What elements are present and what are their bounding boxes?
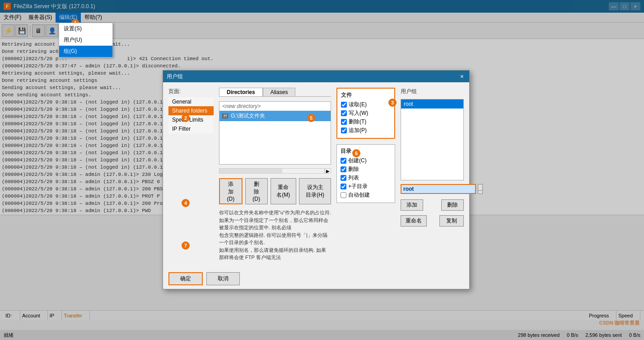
checkbox-create-dir[interactable]: [341, 158, 346, 164]
dir-perms-title: 目录: [341, 147, 391, 155]
badge-3: 3: [388, 99, 397, 107]
user-group-dialog: 用户组 × 页面: General Shared folders Speed L…: [163, 70, 470, 289]
dir-scroll-area: ▶: [219, 168, 331, 174]
checkbox-delete[interactable]: [341, 119, 347, 125]
page-nav-shared-folders[interactable]: Shared folders: [168, 106, 214, 115]
dialog-ok-button[interactable]: 确定: [168, 272, 203, 285]
perm-read: 读取(E): [341, 101, 391, 109]
perm-append: 追加(P): [341, 127, 391, 134]
perm-append-label: 追加(P): [349, 127, 367, 134]
perm-read-label: 读取(E): [349, 101, 367, 109]
perm-delete-label: 删除(T): [349, 118, 366, 126]
perm-delete: 删除(T): [341, 118, 391, 126]
file-perms-title: 文件: [341, 91, 391, 99]
info-text: 你可以在文件夹名称中使用"u"作为用户名的占位符. 如果为一个目录指定了一个别名…: [219, 207, 331, 263]
ug-rename-copy-row: 重命名 复制: [401, 215, 464, 227]
ug-add-remove-row: 添加 删除: [401, 199, 464, 211]
perm-subdirs-label: +子目录: [348, 183, 368, 190]
dialog-footer-btns: 确定 取消: [168, 272, 464, 285]
badge-4: 4: [182, 199, 190, 207]
scrollbar-thumb: [219, 169, 282, 173]
perm-list: 列表: [341, 174, 391, 182]
perm-subdirs: +子目录: [341, 183, 391, 190]
perm-create-dir: 创建(C): [341, 157, 391, 165]
tab-directories[interactable]: Directories: [219, 88, 263, 96]
checkbox-autocreate[interactable]: [341, 192, 346, 198]
tab-aliases[interactable]: Aliases: [263, 88, 296, 96]
badge-6: 6: [352, 149, 360, 157]
checkbox-delete-dir[interactable]: [341, 166, 346, 172]
dir-perms-section: 目录 创建(C) 删除 列表 +子目录: [336, 144, 395, 203]
checkbox-write[interactable]: [341, 110, 347, 116]
page-nav-ip-filter[interactable]: IP Filter: [168, 124, 214, 133]
user-group-panel: 用户组 root ... 添加 删除 重命名 复制: [401, 88, 464, 263]
checkbox-subdirs[interactable]: [341, 184, 346, 189]
dropdown-users[interactable]: 用户(U): [59, 34, 112, 46]
perm-list-label: 列表: [348, 174, 359, 182]
dropdown-groups[interactable]: 组(G): [59, 46, 112, 57]
page-nav-general[interactable]: General: [168, 97, 214, 106]
perm-delete-dir-label: 删除: [348, 165, 359, 173]
dialog-close-button[interactable]: ×: [458, 73, 466, 80]
perm-create-dir-label: 创建(C): [348, 157, 367, 165]
badge-5: 5: [307, 114, 315, 122]
permissions-panel: 文件 读取(E) 写入(W) 删除(T) 追加(P): [336, 88, 395, 263]
ug-input-row: ...: [401, 184, 464, 194]
dialog-body: 页面: General Shared folders Speed Limits …: [163, 82, 469, 269]
page-nav-speed-limits[interactable]: Speed Limits: [168, 115, 214, 124]
perm-autocreate-label: 自动创建: [348, 191, 370, 199]
perm-autocreate: 自动创建: [341, 191, 391, 199]
dir-list[interactable]: <new directory> H G:\测试文件夹: [219, 101, 331, 165]
btn-remove-dir[interactable]: 删除(D): [245, 178, 268, 204]
dropdown-settings[interactable]: 设置(S): [59, 23, 112, 34]
perm-write-label: 写入(W): [349, 109, 368, 117]
btn-set-home[interactable]: 设为主目录(H): [299, 178, 331, 204]
dialog-footer: 确定 取消: [163, 269, 469, 289]
dir-action-btns: 添加(D) 删除(D) 重命名(M) 设为主目录(H): [219, 178, 331, 204]
scroll-right[interactable]: ▶: [325, 168, 331, 174]
directories-panel: Directories Aliases <new directory> H G:…: [219, 88, 331, 263]
ug-input-btn[interactable]: ...: [478, 184, 483, 194]
dir-tabs: Directories Aliases: [219, 88, 331, 97]
dialog-title-bar: 用户组 ×: [163, 71, 469, 82]
dir-item-new[interactable]: <new directory>: [219, 102, 331, 111]
ug-label: 用户组: [401, 88, 464, 95]
ug-remove-button[interactable]: 删除: [441, 199, 464, 211]
checkbox-read[interactable]: [341, 102, 347, 108]
btn-rename-dir[interactable]: 重命名(M): [271, 178, 297, 204]
perm-write: 写入(W): [341, 109, 391, 117]
ug-item-root[interactable]: root: [401, 99, 463, 109]
checkbox-list[interactable]: [341, 175, 346, 181]
home-marker: H: [222, 113, 228, 118]
ug-add-button[interactable]: 添加: [401, 199, 423, 211]
dir-scrollbar[interactable]: [219, 168, 325, 174]
ug-list[interactable]: root: [401, 99, 464, 180]
dialog-title-text: 用户组: [167, 73, 183, 80]
checkbox-append[interactable]: [341, 128, 347, 133]
ug-name-input[interactable]: [401, 184, 476, 194]
btn-add-dir[interactable]: 添加(D): [219, 178, 243, 204]
badge-2: 2: [182, 114, 190, 122]
perm-delete-dir: 删除: [341, 165, 391, 173]
file-perms-section: 文件 读取(E) 写入(W) 删除(T) 追加(P): [336, 88, 395, 139]
page-nav: 页面: General Shared folders Speed Limits …: [168, 88, 214, 263]
dropdown-menu: 设置(S) 用户(U) 组(G): [59, 23, 113, 57]
dialog-cancel-button[interactable]: 取消: [206, 272, 240, 285]
page-nav-label: 页面:: [168, 88, 214, 95]
ug-rename-button[interactable]: 重命名: [401, 215, 427, 227]
dir-list-container: <new directory> H G:\测试文件夹: [219, 101, 331, 165]
ug-copy-button[interactable]: 复制: [439, 215, 464, 227]
badge-7: 7: [182, 241, 190, 250]
